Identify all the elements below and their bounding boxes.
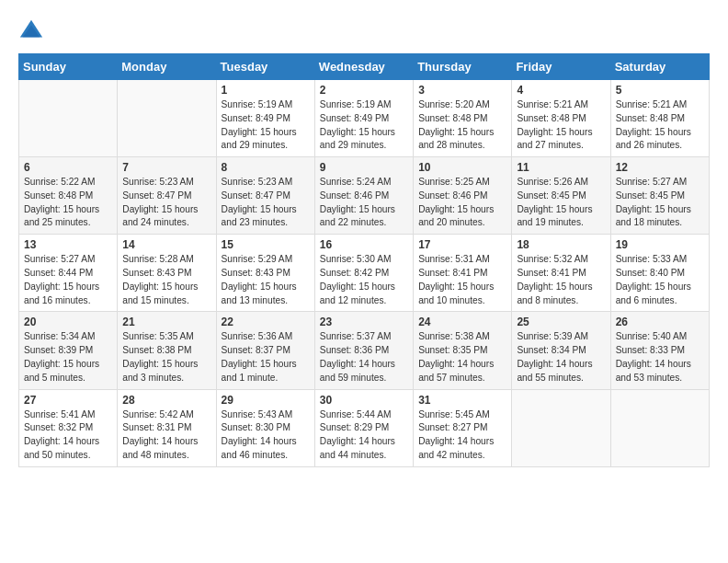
calendar-cell: 24Sunrise: 5:38 AM Sunset: 8:35 PM Dayli… bbox=[414, 312, 512, 389]
calendar-cell: 19Sunrise: 5:33 AM Sunset: 8:40 PM Dayli… bbox=[610, 235, 709, 312]
day-number: 29 bbox=[222, 394, 310, 407]
calendar-cell: 25Sunrise: 5:39 AM Sunset: 8:34 PM Dayli… bbox=[512, 312, 610, 389]
calendar-cell bbox=[19, 80, 118, 157]
calendar-cell: 23Sunrise: 5:37 AM Sunset: 8:36 PM Dayli… bbox=[314, 312, 413, 389]
calendar-cell: 22Sunrise: 5:36 AM Sunset: 8:37 PM Dayli… bbox=[216, 312, 314, 389]
calendar-cell: 30Sunrise: 5:44 AM Sunset: 8:29 PM Dayli… bbox=[314, 389, 413, 466]
day-number: 24 bbox=[418, 316, 506, 328]
calendar-cell: 29Sunrise: 5:43 AM Sunset: 8:30 PM Dayli… bbox=[216, 389, 314, 466]
header-day-tuesday: Tuesday bbox=[216, 54, 314, 80]
day-info: Sunrise: 5:24 AM Sunset: 8:46 PM Dayligh… bbox=[320, 176, 408, 230]
day-number: 18 bbox=[517, 238, 605, 251]
header-row: SundayMondayTuesdayWednesdayThursdayFrid… bbox=[19, 54, 710, 80]
day-info: Sunrise: 5:35 AM Sunset: 8:38 PM Dayligh… bbox=[122, 330, 210, 385]
day-info: Sunrise: 5:22 AM Sunset: 8:48 PM Dayligh… bbox=[24, 176, 112, 230]
day-info: Sunrise: 5:31 AM Sunset: 8:41 PM Dayligh… bbox=[418, 253, 506, 307]
day-number: 2 bbox=[320, 84, 408, 97]
day-info: Sunrise: 5:27 AM Sunset: 8:44 PM Dayligh… bbox=[24, 253, 112, 307]
day-number: 31 bbox=[418, 394, 506, 407]
calendar-cell bbox=[118, 80, 216, 157]
calendar-cell: 5Sunrise: 5:21 AM Sunset: 8:48 PM Daylig… bbox=[610, 80, 709, 157]
calendar-cell: 8Sunrise: 5:23 AM Sunset: 8:47 PM Daylig… bbox=[216, 157, 314, 235]
day-number: 8 bbox=[222, 161, 310, 174]
calendar-cell: 2Sunrise: 5:19 AM Sunset: 8:49 PM Daylig… bbox=[314, 80, 413, 157]
day-info: Sunrise: 5:34 AM Sunset: 8:39 PM Dayligh… bbox=[24, 330, 112, 385]
calendar-week-4: 20Sunrise: 5:34 AM Sunset: 8:39 PM Dayli… bbox=[19, 312, 710, 389]
calendar-cell: 9Sunrise: 5:24 AM Sunset: 8:46 PM Daylig… bbox=[314, 157, 413, 235]
day-number: 30 bbox=[320, 394, 408, 407]
day-info: Sunrise: 5:28 AM Sunset: 8:43 PM Dayligh… bbox=[122, 253, 210, 307]
calendar-cell: 3Sunrise: 5:20 AM Sunset: 8:48 PM Daylig… bbox=[414, 80, 512, 157]
day-info: Sunrise: 5:45 AM Sunset: 8:27 PM Dayligh… bbox=[418, 408, 506, 463]
day-number: 27 bbox=[24, 394, 112, 407]
calendar-cell: 10Sunrise: 5:25 AM Sunset: 8:46 PM Dayli… bbox=[414, 157, 512, 235]
day-number: 1 bbox=[222, 84, 310, 97]
header-day-monday: Monday bbox=[118, 54, 216, 80]
day-number: 25 bbox=[517, 316, 605, 328]
day-number: 3 bbox=[418, 84, 506, 97]
page-header bbox=[18, 18, 710, 44]
header-day-saturday: Saturday bbox=[610, 54, 709, 80]
day-number: 13 bbox=[24, 238, 112, 251]
calendar-cell: 20Sunrise: 5:34 AM Sunset: 8:39 PM Dayli… bbox=[19, 312, 118, 389]
day-number: 14 bbox=[122, 238, 210, 251]
calendar-cell: 26Sunrise: 5:40 AM Sunset: 8:33 PM Dayli… bbox=[610, 312, 709, 389]
header-day-sunday: Sunday bbox=[19, 54, 118, 80]
day-number: 9 bbox=[320, 161, 408, 174]
day-number: 11 bbox=[517, 161, 605, 174]
day-number: 28 bbox=[122, 394, 210, 407]
day-number: 7 bbox=[122, 161, 210, 174]
day-number: 16 bbox=[320, 238, 408, 251]
calendar-cell: 17Sunrise: 5:31 AM Sunset: 8:41 PM Dayli… bbox=[414, 235, 512, 312]
day-info: Sunrise: 5:40 AM Sunset: 8:33 PM Dayligh… bbox=[616, 330, 704, 385]
calendar-cell bbox=[610, 389, 709, 466]
calendar-body: 1Sunrise: 5:19 AM Sunset: 8:49 PM Daylig… bbox=[19, 80, 710, 467]
day-info: Sunrise: 5:30 AM Sunset: 8:42 PM Dayligh… bbox=[320, 253, 408, 307]
day-info: Sunrise: 5:37 AM Sunset: 8:36 PM Dayligh… bbox=[320, 330, 408, 385]
day-number: 5 bbox=[616, 84, 704, 97]
header-day-wednesday: Wednesday bbox=[314, 54, 413, 80]
day-info: Sunrise: 5:23 AM Sunset: 8:47 PM Dayligh… bbox=[222, 176, 310, 230]
day-info: Sunrise: 5:21 AM Sunset: 8:48 PM Dayligh… bbox=[517, 98, 605, 153]
day-number: 6 bbox=[24, 161, 112, 174]
header-day-thursday: Thursday bbox=[414, 54, 512, 80]
day-info: Sunrise: 5:21 AM Sunset: 8:48 PM Dayligh… bbox=[616, 98, 704, 153]
day-info: Sunrise: 5:39 AM Sunset: 8:34 PM Dayligh… bbox=[517, 330, 605, 385]
calendar-week-1: 1Sunrise: 5:19 AM Sunset: 8:49 PM Daylig… bbox=[19, 80, 710, 157]
day-info: Sunrise: 5:27 AM Sunset: 8:45 PM Dayligh… bbox=[616, 176, 704, 230]
day-number: 21 bbox=[122, 316, 210, 328]
day-number: 10 bbox=[418, 161, 506, 174]
calendar-cell: 4Sunrise: 5:21 AM Sunset: 8:48 PM Daylig… bbox=[512, 80, 610, 157]
calendar-header: SundayMondayTuesdayWednesdayThursdayFrid… bbox=[19, 54, 710, 80]
day-info: Sunrise: 5:25 AM Sunset: 8:46 PM Dayligh… bbox=[418, 176, 506, 230]
day-info: Sunrise: 5:42 AM Sunset: 8:31 PM Dayligh… bbox=[122, 408, 210, 463]
calendar-cell: 12Sunrise: 5:27 AM Sunset: 8:45 PM Dayli… bbox=[610, 157, 709, 235]
calendar-cell: 1Sunrise: 5:19 AM Sunset: 8:49 PM Daylig… bbox=[216, 80, 314, 157]
calendar-cell: 18Sunrise: 5:32 AM Sunset: 8:41 PM Dayli… bbox=[512, 235, 610, 312]
day-number: 4 bbox=[517, 84, 605, 97]
day-info: Sunrise: 5:19 AM Sunset: 8:49 PM Dayligh… bbox=[222, 98, 310, 153]
calendar-cell bbox=[512, 389, 610, 466]
header-day-friday: Friday bbox=[512, 54, 610, 80]
day-info: Sunrise: 5:38 AM Sunset: 8:35 PM Dayligh… bbox=[418, 330, 506, 385]
logo bbox=[18, 18, 48, 44]
day-number: 23 bbox=[320, 316, 408, 328]
calendar-week-5: 27Sunrise: 5:41 AM Sunset: 8:32 PM Dayli… bbox=[19, 389, 710, 466]
day-number: 26 bbox=[616, 316, 704, 328]
day-info: Sunrise: 5:26 AM Sunset: 8:45 PM Dayligh… bbox=[517, 176, 605, 230]
day-info: Sunrise: 5:44 AM Sunset: 8:29 PM Dayligh… bbox=[320, 408, 408, 463]
day-number: 12 bbox=[616, 161, 704, 174]
day-info: Sunrise: 5:19 AM Sunset: 8:49 PM Dayligh… bbox=[320, 98, 408, 153]
calendar-cell: 31Sunrise: 5:45 AM Sunset: 8:27 PM Dayli… bbox=[414, 389, 512, 466]
calendar-table: SundayMondayTuesdayWednesdayThursdayFrid… bbox=[18, 53, 710, 467]
day-info: Sunrise: 5:43 AM Sunset: 8:30 PM Dayligh… bbox=[222, 408, 310, 463]
day-number: 15 bbox=[222, 238, 310, 251]
day-info: Sunrise: 5:20 AM Sunset: 8:48 PM Dayligh… bbox=[418, 98, 506, 153]
day-number: 19 bbox=[616, 238, 704, 251]
calendar-cell: 13Sunrise: 5:27 AM Sunset: 8:44 PM Dayli… bbox=[19, 235, 118, 312]
calendar-week-2: 6Sunrise: 5:22 AM Sunset: 8:48 PM Daylig… bbox=[19, 157, 710, 235]
calendar-cell: 7Sunrise: 5:23 AM Sunset: 8:47 PM Daylig… bbox=[118, 157, 216, 235]
day-number: 20 bbox=[24, 316, 112, 328]
day-info: Sunrise: 5:41 AM Sunset: 8:32 PM Dayligh… bbox=[24, 408, 112, 463]
calendar-week-3: 13Sunrise: 5:27 AM Sunset: 8:44 PM Dayli… bbox=[19, 235, 710, 312]
